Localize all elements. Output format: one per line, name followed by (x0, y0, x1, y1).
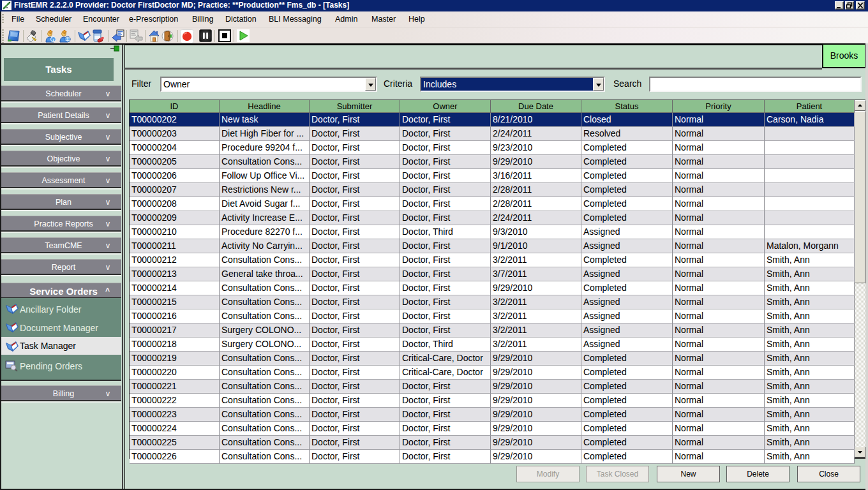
svg-text:i: i (53, 38, 54, 43)
